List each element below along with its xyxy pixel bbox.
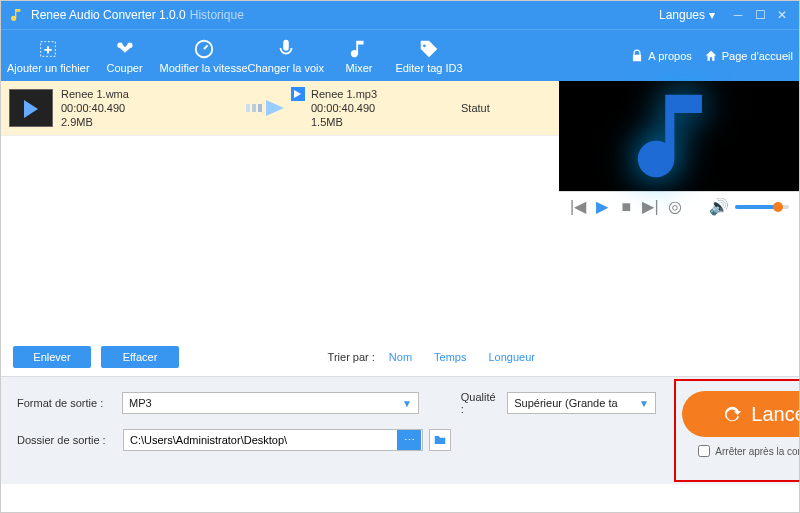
- mp3-icon: [291, 87, 305, 101]
- volume-icon[interactable]: 🔊: [709, 197, 729, 217]
- dst-size: 1.5MB: [311, 115, 377, 129]
- app-title: Renee Audio Converter 1.0.0: [31, 8, 186, 22]
- id3-button[interactable]: Editer tag ID3: [394, 30, 464, 82]
- mixer-label: Mixer: [346, 62, 373, 74]
- format-value: MP3: [129, 397, 152, 409]
- prev-button[interactable]: |◀: [569, 197, 587, 217]
- voice-label: Changer la voix: [248, 62, 324, 74]
- src-size: 2.9MB: [61, 115, 241, 129]
- format-combo[interactable]: MP3 ▼: [122, 392, 419, 414]
- close-button[interactable]: ✕: [773, 6, 791, 24]
- src-filename: Renee 1.wma: [61, 87, 241, 101]
- quality-combo[interactable]: Supérieur (Grande ta ▼: [507, 392, 656, 414]
- status-label: Statut: [441, 102, 559, 114]
- chevron-down-icon: ▾: [709, 8, 715, 22]
- speed-button[interactable]: Modifier la vitesse: [160, 30, 248, 82]
- open-folder-button[interactable]: [429, 429, 451, 451]
- quality-value: Supérieur (Grande ta: [514, 397, 617, 409]
- sortby-label: Trier par :: [328, 351, 375, 363]
- file-row[interactable]: Renee 1.wma 00:00:40.490 2.9MB Renee 1.m…: [1, 81, 559, 136]
- voice-button[interactable]: Changer la voix: [248, 30, 324, 82]
- music-note-icon: [624, 81, 734, 191]
- history-link[interactable]: Historique: [190, 8, 244, 22]
- languages-dropdown[interactable]: Langues ▾: [659, 8, 715, 22]
- sort-length[interactable]: Longueur: [489, 351, 536, 363]
- chevron-down-icon: ▼: [639, 398, 649, 409]
- play-button[interactable]: ▶: [593, 197, 611, 217]
- home-icon: [704, 49, 718, 63]
- volume-slider[interactable]: [735, 205, 789, 209]
- launch-label: Lancer: [751, 403, 800, 426]
- maximize-button[interactable]: ☐: [751, 6, 769, 24]
- convert-arrow-icon: [241, 98, 291, 118]
- mixer-icon: [348, 38, 370, 60]
- mic-icon: [275, 38, 297, 60]
- tag-icon: [418, 38, 440, 60]
- add-file-button[interactable]: Ajouter un fichier: [7, 30, 90, 82]
- next-button[interactable]: ▶|: [641, 197, 659, 217]
- folder-icon: [433, 433, 447, 447]
- gauge-icon: [193, 38, 215, 60]
- preview-pane: [559, 81, 799, 191]
- mixer-button[interactable]: Mixer: [324, 30, 394, 82]
- svg-rect-1: [246, 104, 250, 112]
- dst-filename: Renee 1.mp3: [311, 87, 377, 101]
- sort-time[interactable]: Temps: [434, 351, 466, 363]
- stop-button[interactable]: ■: [617, 197, 635, 217]
- refresh-icon: [721, 403, 743, 425]
- folder-label: Dossier de sortie :: [17, 434, 117, 446]
- home-label: Page d'accueil: [722, 50, 793, 62]
- src-duration: 00:00:40.490: [61, 101, 241, 115]
- app-icon: [9, 7, 25, 23]
- minimize-button[interactable]: ─: [729, 6, 747, 24]
- cut-button[interactable]: Couper: [90, 30, 160, 82]
- stop-after-checkbox[interactable]: [698, 445, 710, 457]
- clear-button[interactable]: Effacer: [101, 346, 179, 368]
- languages-label: Langues: [659, 8, 705, 22]
- browse-button[interactable]: ⋯: [397, 430, 421, 450]
- remove-button[interactable]: Enlever: [13, 346, 91, 368]
- id3-label: Editer tag ID3: [395, 62, 462, 74]
- quality-label: Qualité :: [461, 391, 502, 415]
- folder-input[interactable]: [124, 434, 396, 446]
- format-label: Format de sortie :: [17, 397, 116, 409]
- scissors-icon: [114, 38, 136, 60]
- add-file-label: Ajouter un fichier: [7, 62, 90, 74]
- svg-rect-2: [252, 104, 256, 112]
- about-label: A propos: [648, 50, 691, 62]
- launch-button[interactable]: Lancer: [682, 391, 800, 437]
- speed-label: Modifier la vitesse: [160, 62, 248, 74]
- svg-rect-3: [258, 104, 262, 112]
- film-add-icon: [37, 38, 59, 60]
- lock-icon: [630, 49, 644, 63]
- stop-after-label: Arrêter après la conversion: [715, 446, 800, 457]
- snapshot-button[interactable]: ◎: [666, 197, 684, 217]
- home-link[interactable]: Page d'accueil: [704, 49, 793, 63]
- chevron-down-icon: ▼: [402, 398, 412, 409]
- dst-duration: 00:00:40.490: [311, 101, 377, 115]
- about-link[interactable]: A propos: [630, 49, 691, 63]
- file-thumbnail: [9, 89, 53, 127]
- cut-label: Couper: [107, 62, 143, 74]
- sort-name[interactable]: Nom: [389, 351, 412, 363]
